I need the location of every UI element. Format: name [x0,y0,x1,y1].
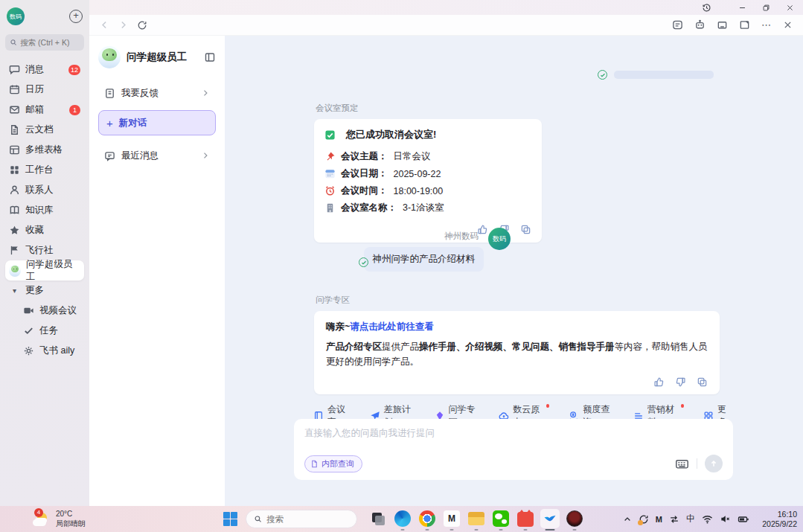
sidebar-item-tasks[interactable]: 任务 [5,321,84,341]
close-chat-icon[interactable] [783,20,793,30]
read-check-icon [359,257,368,267]
history-icon[interactable] [694,0,718,15]
main-window: ⋯ 问学超级员工 我要反馈 + 新对话 [89,0,803,506]
user-avatar[interactable]: 数码 [7,7,25,25]
weather-widget[interactable]: 4 20°C 局部晴朗 [31,509,86,528]
message-skeleton-bar [614,71,714,79]
sidebar-item-messages[interactable]: 消息 12 [5,60,84,80]
start-button[interactable] [223,512,237,526]
back-icon[interactable] [100,20,109,30]
new-chat-label: 新对话 [119,117,147,129]
search-input[interactable] [20,38,80,47]
taskbar-search-input[interactable] [266,515,349,524]
m-tray-icon[interactable]: M [656,515,662,524]
feishu-icon[interactable] [540,509,560,528]
read-check-icon [598,70,607,80]
send-button[interactable] [705,455,723,472]
sidebar-item-contacts[interactable]: 联系人 [5,180,84,200]
contacts-icon [9,185,20,196]
obs-app-icon[interactable] [565,509,584,528]
user-bubble: 神州问学的产品介绍材料 [364,247,484,272]
sender-name: 神州数码 [444,231,479,242]
thumbs-down-icon[interactable] [675,376,686,388]
copy-icon[interactable] [697,376,708,388]
app-toolbar: ⋯ [89,15,803,36]
message-input[interactable] [304,427,723,449]
wechat-icon[interactable] [491,509,511,528]
sidebar-item-label: 飞书 aily [39,344,74,357]
sync-tray-icon[interactable] [639,514,649,525]
sidebar-item-workbench[interactable]: 工作台 [5,160,84,180]
thumbs-up-icon[interactable] [653,376,665,388]
row-label: 会议主题： [341,150,388,163]
emoji-chat-icon[interactable] [672,19,683,31]
building-icon [324,202,336,214]
sidebar-item-label: 任务 [39,324,58,337]
keyboard-icon[interactable] [675,457,689,471]
flag-icon [9,245,20,256]
global-search[interactable] [5,34,84,51]
search-icon [10,38,17,47]
forward-icon[interactable] [118,20,128,30]
close-button[interactable] [778,0,802,15]
taskbar-search[interactable] [246,510,357,528]
sidebar-item-label: 视频会议 [39,304,77,317]
redcat-app-icon[interactable] [516,509,535,528]
check-icon [23,325,34,336]
unread-badge: 1 [69,105,80,115]
tray-expand-icon[interactable] [623,515,632,524]
clock[interactable]: 16:10 2025/9/22 [762,510,797,529]
ime-indicator[interactable]: 中 [686,513,695,525]
sidebar-item-calendar[interactable]: 日历 [5,80,84,100]
weather-icon: 4 [31,510,51,528]
recent-messages-item[interactable]: 最近消息 [98,143,216,168]
internal-query-chip[interactable]: 内部查询 [304,455,362,472]
sidebar-item-mail[interactable]: 邮箱 1 [5,100,84,120]
task-view-icon[interactable] [368,509,388,528]
greeting-text: 嗨亲~ [326,321,350,332]
battery-icon[interactable] [738,513,749,525]
edge-icon[interactable] [393,509,412,528]
wiki-icon [9,205,20,216]
m-app-icon[interactable]: M [442,509,461,528]
arrows-tray-icon[interactable] [669,514,679,525]
sidebar-item-base[interactable]: 多维表格 [5,140,84,160]
sidebar-item-favorites[interactable]: 收藏 [5,220,84,240]
taskbar: 4 20°C 局部晴朗 M [0,506,803,532]
sidebar-item-label: 日历 [25,83,44,96]
collapse-panel-icon[interactable] [204,51,216,63]
wifi-icon[interactable] [702,513,713,525]
panel-title: 问学超级员工 [127,51,198,64]
sidebar-item-aily[interactable]: 飞书 aily [5,341,84,361]
refresh-icon[interactable] [137,20,147,31]
feedback-label: 我要反馈 [121,87,159,100]
alarm-clock-icon [324,185,336,196]
zone-seg-bold: 操作手册、介绍视频、常见问题、销售指导手册 [419,342,615,352]
chrome-icon[interactable] [418,509,437,528]
bot-panel: 问学超级员工 我要反馈 + 新对话 最近消息 [89,36,225,506]
layout-pin-icon[interactable] [739,19,750,31]
sidebar-item-video-meeting[interactable]: 视频会议 [5,301,84,321]
volume-muted-icon[interactable] [720,513,731,525]
feedback-item[interactable]: 我要反馈 [98,80,216,106]
video-icon [23,305,34,316]
caret-down-icon: ▾ [9,286,20,295]
more-icon[interactable]: ⋯ [761,19,772,31]
restore-button[interactable] [754,0,778,15]
row-value: 2025-09-22 [394,169,441,179]
calendar-icon [9,84,20,95]
file-explorer-icon[interactable] [467,509,486,528]
zone-link[interactable]: 请点击此处前往查看 [350,321,434,332]
notification-dot [546,404,549,408]
sidebar-item-label: 飞行社 [25,244,54,257]
sidebar-item-more[interactable]: ▾ 更多 [5,281,84,301]
robot-icon[interactable] [694,19,706,31]
user-avatar[interactable]: 数码 [488,228,511,250]
sidebar-item-wenxue-bot[interactable]: 问学超级员工 [5,260,84,281]
minimize-button[interactable] [730,0,754,15]
new-chat-button[interactable]: + 新对话 [98,110,216,135]
window-icon[interactable] [717,19,728,31]
add-icon[interactable]: + [69,10,83,23]
sidebar-item-wiki[interactable]: 知识库 [5,200,84,220]
sidebar-item-docs[interactable]: 云文档 [5,120,84,140]
